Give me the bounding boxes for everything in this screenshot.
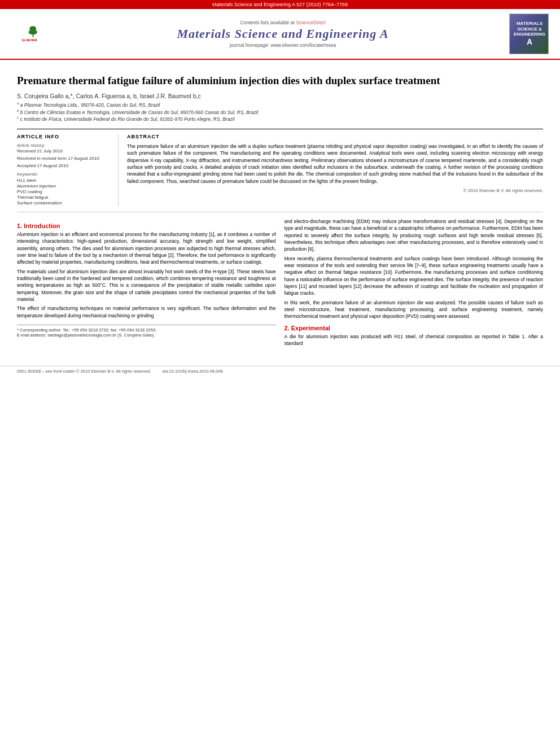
abstract-text: The premature failure of an aluminium in… (127, 143, 543, 185)
history-label: Article history: (17, 143, 112, 148)
abstract-column: ABSTRACT The premature failure of an alu… (127, 134, 543, 206)
abstract-heading: ABSTRACT (127, 134, 543, 139)
footnote-corresponding: * Corresponding author. Tel.: +55 054 32… (17, 327, 276, 333)
mse-logo-box: MATERIALSSCIENCE &ENGINEERINGA (510, 14, 549, 54)
article-info-abstract-area: ARTICLE INFO Article history: Received 2… (17, 129, 543, 206)
copyright-line: © 2010 Elsevier B.V. All rights reserved… (127, 188, 543, 193)
affiliation-c: c c Instituto de Física, Universidade Fe… (17, 116, 543, 122)
page-container: Materials Science and Engineering A 527 … (0, 0, 560, 747)
journal-header: ELSEVIER Contents lists available at Sci… (0, 9, 560, 60)
intro-para-3: The effect of manufacturing techniques o… (17, 305, 276, 319)
section2-heading: 2. Experimental (285, 325, 544, 331)
elsevier-logo-icon: ELSEVIER (17, 25, 51, 42)
article-info-column: ARTICLE INFO Article history: Received 2… (17, 134, 119, 206)
bottom-bar: 0921-5093/$ – see front matter © 2010 El… (0, 366, 560, 376)
keywords-label: Keywords: (17, 172, 112, 177)
mse-logo-area: MATERIALSSCIENCE &ENGINEERINGA (509, 14, 549, 54)
affiliation-b: b b Centro de Ciências Exatas e Tecnolog… (17, 109, 543, 115)
journal-title: Materials Science and Engineering A (62, 27, 504, 41)
authors-line: S. Corujeira Gallo a,*, Carlos A. Figuer… (17, 93, 543, 99)
authors-text: S. Corujeira Gallo a,*, Carlos A. Figuer… (17, 93, 201, 99)
keyword-2: Aluminium injection (17, 184, 112, 189)
section2-text: A die for aluminium injection was produc… (285, 333, 544, 347)
revised-date: Received in revised form 17 August 2010 (17, 156, 112, 161)
article-title: Premature thermal fatigue failure of alu… (17, 74, 543, 88)
right-para-1: and electro-discharge machining (EDM) ma… (285, 218, 544, 253)
mse-logo-text: MATERIALSSCIENCE &ENGINEERINGA (514, 21, 545, 47)
footnote-email: E-mail address: santiago@plasmartecnolog… (17, 333, 276, 338)
contents-available-text: Contents lists available at ScienceDirec… (62, 20, 504, 25)
keyword-3: PVD coating (17, 189, 112, 194)
svg-text:ELSEVIER: ELSEVIER (22, 38, 37, 42)
body-columns: 1. Introduction Aluminium injection is a… (17, 218, 543, 349)
elsevier-logo-area: ELSEVIER (11, 25, 56, 42)
sciencedirect-link[interactable]: ScienceDirect (296, 20, 325, 25)
body-left-column: 1. Introduction Aluminium injection is a… (17, 218, 276, 349)
doi-text: doi:10.1016/j.msea.2010.08.048 (162, 369, 222, 374)
keyword-1: H11 steel (17, 178, 112, 183)
svg-point-3 (28, 30, 37, 34)
journal-homepage: journal homepage: www.elsevier.com/locat… (62, 42, 504, 48)
keyword-5: Surface contamination (17, 200, 112, 206)
accepted-date: Accepted 17 August 2010 (17, 163, 112, 168)
section-divider (17, 212, 543, 212)
journal-citation-bar: Materials Science and Engineering A 527 … (0, 0, 560, 9)
header-center: Contents lists available at ScienceDirec… (62, 20, 504, 48)
right-para-3: In this work, the premature failure of a… (285, 299, 544, 320)
right-para-2: More recently, plasma thermochemical tre… (285, 255, 544, 297)
article-info-heading: ARTICLE INFO (17, 134, 112, 139)
issn-text: 0921-5093/$ – see front matter © 2010 El… (17, 369, 151, 374)
footnote-area: * Corresponding author. Tel.: +55 054 32… (17, 325, 276, 338)
affiliation-a: a a Plasmar Tecnologia Ltda., 95076-420,… (17, 102, 543, 108)
intro-para-1: Aluminium injection is an efficient and … (17, 231, 276, 266)
bottom-info: 0921-5093/$ – see front matter © 2010 El… (17, 369, 543, 374)
keyword-4: Thermal fatigue (17, 195, 112, 200)
content-area: Premature thermal fatigue failure of alu… (0, 60, 560, 360)
journal-citation: Materials Science and Engineering A 527 … (212, 2, 348, 7)
received-date: Received 21 July 2010 (17, 148, 112, 154)
intro-section-number: 1. Introduction (17, 222, 276, 229)
body-right-column: and electro-discharge machining (EDM) ma… (285, 218, 544, 349)
intro-para-2: The materials used for aluminium injecti… (17, 268, 276, 303)
